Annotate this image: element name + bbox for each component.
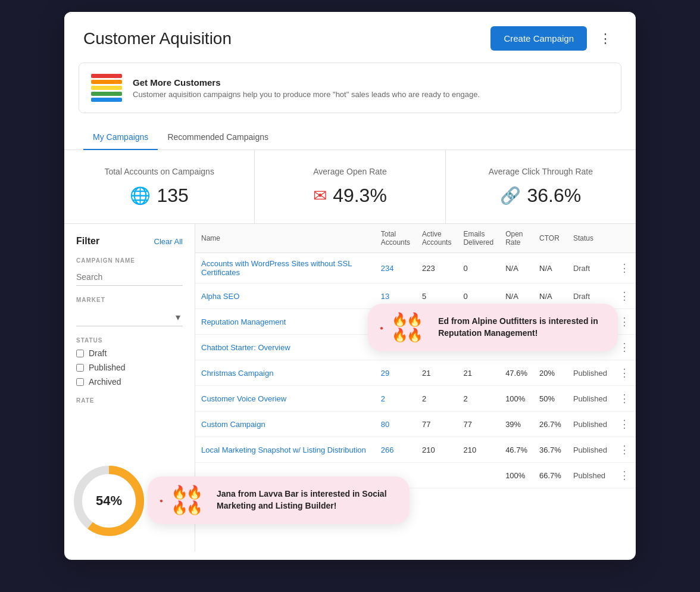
row-more-icon[interactable]: ⋮ — [619, 341, 630, 353]
page-title: Customer Aquisition — [83, 29, 232, 48]
row-more-icon[interactable]: ⋮ — [619, 262, 630, 274]
row-more-icon[interactable]: ⋮ — [619, 418, 630, 430]
campaign-name-input[interactable] — [76, 269, 183, 286]
campaign-link[interactable]: Chatbot Starter: Overview — [201, 343, 290, 352]
stat-open-rate: Average Open Rate ✉ 49.3% — [255, 150, 445, 223]
open-rate-cell: 46.7% — [499, 437, 533, 463]
row-more-icon[interactable]: ⋮ — [619, 316, 630, 328]
row-more-icon[interactable]: ⋮ — [619, 290, 630, 302]
campaign-link[interactable]: Custom Campaign — [201, 420, 265, 429]
main-card: Customer Aquisition Create Campaign ⋮ Ge… — [64, 12, 636, 560]
campaign-link[interactable]: Accounts with WordPress Sites without SS… — [201, 259, 352, 277]
ctor-cell: 66.7% — [533, 463, 567, 488]
donut-chart: 54% — [70, 462, 148, 540]
stat-total-accounts: Total Accounts on Campaigns 🌐 135 — [64, 150, 255, 223]
active-cell: 223 — [416, 253, 457, 283]
active-cell — [416, 463, 457, 488]
status-archived-item[interactable]: Archived — [76, 377, 183, 387]
banner-text: Get More Customers Customer aquisition c… — [133, 77, 480, 99]
create-campaign-button[interactable]: Create Campaign — [490, 26, 587, 51]
table-row: Accounts with WordPress Sites without SS… — [195, 253, 636, 283]
row-more-icon[interactable]: ⋮ — [619, 392, 630, 404]
open-rate-cell: 47.6% — [499, 360, 533, 386]
ctor-cell: 36.7% — [533, 437, 567, 463]
stat-value-accounts: 🌐 135 — [79, 185, 240, 207]
campaign-link[interactable]: Christmas Campaign — [201, 369, 273, 378]
delivered-cell — [457, 463, 499, 488]
logo-stripe-3 — [91, 86, 122, 90]
active-cell: 21 — [416, 360, 457, 386]
row-more-icon[interactable]: ⋮ — [619, 367, 630, 379]
filter-status: STATUS Draft Published Archived — [76, 337, 183, 387]
status-cell: Published — [567, 412, 613, 437]
info-banner: Get More Customers Customer aquisition c… — [79, 63, 621, 113]
status-published-item[interactable]: Published — [76, 363, 183, 372]
filter-title: Filter — [76, 236, 99, 247]
ctor-cell: 50% — [533, 386, 567, 412]
col-status: Status — [567, 224, 613, 253]
filter-market: MARKET All Markets ▾ — [76, 297, 183, 326]
row-more-icon[interactable]: ⋮ — [619, 469, 630, 481]
status-archived-checkbox[interactable] — [76, 378, 84, 386]
logo-stripe-1 — [91, 74, 122, 78]
table-header-row: Name TotalAccounts ActiveAccounts Emails… — [195, 224, 636, 253]
open-rate-cell: 39% — [499, 412, 533, 437]
total-cell: 266 — [375, 437, 416, 463]
ctor-cell: 20% — [533, 360, 567, 386]
status-published-checkbox[interactable] — [76, 364, 84, 372]
stat-click-through: Average Click Through Rate 🔗 36.6% — [446, 150, 636, 223]
col-open-rate: OpenRate — [499, 224, 533, 253]
stat-label-accounts: Total Accounts on Campaigns — [79, 167, 240, 176]
status-draft-item[interactable]: Draft — [76, 348, 183, 358]
active-cell: 210 — [416, 437, 457, 463]
campaign-link[interactable]: Alpha SEO — [201, 292, 239, 301]
col-name: Name — [195, 224, 375, 253]
stat-label-click-through: Average Click Through Rate — [460, 167, 621, 176]
status-cell: Published — [567, 437, 613, 463]
delivered-cell: 77 — [457, 412, 499, 437]
stats-row: Total Accounts on Campaigns 🌐 135 Averag… — [64, 150, 636, 224]
fire-icons-1: 🔥🔥🔥🔥 — [392, 312, 430, 343]
col-actions — [613, 224, 636, 253]
globe-icon: 🌐 — [130, 186, 151, 205]
status-cell: Draft — [567, 253, 613, 283]
banner-logo — [91, 74, 122, 102]
stat-value-open-rate: ✉ 49.3% — [269, 185, 430, 207]
col-ctor: CTOR — [533, 224, 567, 253]
campaign-link[interactable]: Customer Voice Overiew — [201, 394, 286, 403]
row-more-icon[interactable]: ⋮ — [619, 444, 630, 456]
notif-dot-1: ● — [380, 325, 383, 331]
stat-label-open-rate: Average Open Rate — [269, 167, 430, 176]
status-draft-checkbox[interactable] — [76, 350, 84, 357]
banner-heading: Get More Customers — [133, 77, 480, 88]
fire-icons-2: 🔥🔥🔥🔥 — [171, 485, 208, 516]
link-icon: 🔗 — [500, 186, 521, 205]
campaign-link[interactable]: Local Marketing Snapshot w/ Listing Dist… — [201, 445, 366, 454]
tabs-container: My Campaigns Recommended Campaigns — [64, 125, 636, 150]
banner-description: Customer aquisition campaigns help you t… — [133, 90, 480, 99]
tab-my-campaigns[interactable]: My Campaigns — [83, 125, 158, 150]
logo-stripe-5 — [91, 98, 122, 102]
mail-icon: ✉ — [313, 186, 327, 205]
open-rate-cell: 100% — [499, 386, 533, 412]
open-rate-cell: N/A — [499, 253, 533, 283]
open-rate-number: 49.3% — [333, 185, 387, 207]
col-total-accounts: TotalAccounts — [375, 224, 416, 253]
status-checkbox-list: Draft Published Archived — [76, 348, 183, 387]
notification-bubble-1: ● 🔥🔥🔥🔥 Ed from Alpine Outfitters is inte… — [368, 304, 618, 351]
col-active-accounts: ActiveAccounts — [416, 224, 457, 253]
notif-dot-2: ● — [160, 497, 163, 504]
status-draft-label: Draft — [89, 348, 107, 358]
total-cell: 234 — [375, 253, 416, 283]
clear-all-button[interactable]: Clear All — [154, 237, 183, 246]
campaign-link[interactable]: Reputation Management — [201, 317, 286, 326]
status-cell: Published — [567, 360, 613, 386]
market-select[interactable]: All Markets — [76, 312, 183, 322]
click-through-number: 36.6% — [527, 185, 581, 207]
stat-value-click-through: 🔗 36.6% — [460, 185, 621, 207]
filter-rate: RATE — [76, 397, 183, 404]
tab-recommended-campaigns[interactable]: Recommended Campaigns — [158, 125, 278, 150]
more-options-icon[interactable]: ⋮ — [594, 29, 617, 49]
status-cell: Published — [567, 386, 613, 412]
notif-text-1: Ed from Alpine Outfitters is interested … — [438, 316, 606, 339]
